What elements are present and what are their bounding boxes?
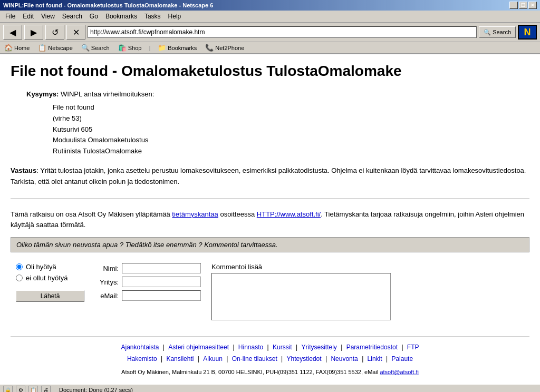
bookmark-home-label: Home	[14, 45, 30, 51]
status-icon-2: ⚙	[16, 386, 25, 392]
netscape-logo: N	[518, 25, 537, 40]
status-icon-3: 📋	[28, 386, 38, 392]
feedback-bar-text: Oliko tämän sivun neuvosta apua ? Tiedät…	[16, 241, 278, 249]
footer-link-hinnasto[interactable]: Hinnasto	[238, 344, 263, 351]
radio-helpful-label: Oli hyötyä	[26, 263, 56, 271]
footer-divider	[11, 336, 529, 337]
footer-row1: Ajankohtaista | Asteri ohjelmaesitteet |…	[11, 342, 529, 354]
atsoft-link2[interactable]: HTTP://www.atsoft.fi/	[257, 210, 321, 218]
footer-row2: Hakemisto | Kansilehti | Alkuun | On-lin…	[11, 354, 529, 365]
page-title: File not found - Omalomaketulostus Tulos…	[11, 63, 529, 80]
form-email-input[interactable]	[122, 290, 201, 301]
form-email-label: eMail:	[95, 292, 119, 300]
address-text: Atsoft Oy Mäkinen, Malminkatu 21 B, 0070…	[121, 369, 380, 375]
error-line-4: Moduulista Omalomaketulostus	[53, 135, 529, 146]
footer-links: Ajankohtaista | Asteri ohjelmaesitteet |…	[11, 342, 529, 365]
footer-link-asteri[interactable]: Asteri ohjelmaesitteet	[168, 344, 229, 351]
bookmark-net2phone[interactable]: 📞 Net2Phone	[203, 43, 246, 52]
menu-view[interactable]: View	[38, 12, 58, 21]
form-row-name: Nimi:	[95, 263, 201, 273]
footer-link-parametri[interactable]: Parametritiedostot	[346, 344, 398, 351]
search-label: Search	[493, 29, 511, 35]
maximize-btn[interactable]: ❐	[519, 2, 527, 9]
radio-helpful: Oli hyötyä	[16, 263, 84, 271]
status-text: Document: Done (0.27 secs)	[59, 387, 133, 392]
menu-file[interactable]: File	[2, 12, 18, 21]
bookmark-netscape-label: Netscape	[48, 45, 72, 51]
radio-not-helpful: ei ollut hyötyä	[16, 274, 84, 282]
bookmark-net2phone-label: Net2Phone	[215, 45, 244, 51]
footer-link-yhteystiedot[interactable]: Yhteystiedot	[287, 355, 322, 362]
address-input[interactable]	[88, 26, 477, 38]
footer-link-neuvonta[interactable]: Neuvonta	[331, 355, 358, 362]
footer-link-alkuun[interactable]: Alkuun	[203, 355, 223, 362]
search-button[interactable]: 🔍 Search	[479, 26, 516, 38]
menu-edit[interactable]: Edit	[20, 12, 37, 21]
status-icons: 🔒 ⚙ 📋 🖨	[3, 386, 51, 392]
bookmark-bookmarks[interactable]: 📁 Bookmarks	[156, 43, 199, 52]
footer-link-kurssit[interactable]: Kurssit	[273, 344, 292, 351]
bookmark-home[interactable]: 🏠 Home	[2, 43, 32, 52]
forward-button[interactable]: ▶	[24, 25, 43, 40]
toolbar: ◀ ▶ ↺ ✕ 🔍 Search N	[0, 23, 540, 42]
radio-not-helpful-input[interactable]	[16, 275, 23, 281]
bookmark-shop-label: Shop	[128, 45, 142, 51]
footer-link-hakemisto[interactable]: Hakemisto	[127, 355, 157, 362]
form-row-email: eMail:	[95, 290, 201, 301]
question-label: Kysymys:	[26, 90, 59, 98]
error-line-2: (virhe 53)	[53, 113, 529, 124]
atsoft-middle: osoitteessa	[218, 210, 257, 218]
footer-address: Atsoft Oy Mäkinen, Malminkatu 21 B, 0070…	[11, 369, 529, 375]
answer-label: Vastaus	[11, 166, 36, 174]
footer-link-ajankohtaista[interactable]: Ajankohtaista	[121, 344, 159, 351]
back-button[interactable]: ◀	[3, 25, 22, 40]
shop-icon: 🛍️	[118, 44, 127, 52]
footer-link-linkit[interactable]: Linkit	[368, 355, 382, 362]
form-name-input[interactable]	[122, 263, 201, 273]
address-bar-wrap: 🔍 Search	[88, 26, 516, 38]
search-icon: 🔍	[484, 29, 491, 36]
answer-text: : Yrität tulostaa jotakin, jonka asettel…	[11, 166, 526, 185]
netscape-icon: 📋	[38, 44, 46, 52]
comment-textarea[interactable]	[211, 273, 391, 320]
bookmark-search-label: Search	[91, 45, 110, 51]
question-text: WINPL antaa virheilmoituksen:	[61, 90, 154, 98]
window-controls[interactable]: _ ❐ ✕	[509, 2, 537, 9]
bookmark-netscape[interactable]: 📋 Netscape	[36, 43, 74, 52]
bm-separator: |	[149, 45, 150, 51]
menu-search[interactable]: Search	[59, 12, 85, 21]
reload-button[interactable]: ↺	[45, 25, 64, 40]
atsoft-before: Tämä ratkaisu on osa Atsoft Oy Mäkisen y…	[11, 210, 172, 218]
menu-tasks[interactable]: Tasks	[141, 12, 164, 21]
footer-link-online[interactable]: On-line tilaukset	[232, 355, 277, 362]
close-btn[interactable]: ✕	[528, 2, 537, 9]
footer-link-yritys[interactable]: Yritysesittely	[302, 344, 337, 351]
radio-helpful-input[interactable]	[16, 263, 23, 270]
atsoft-link1[interactable]: tietämyskantaa	[172, 210, 218, 218]
footer-link-ftp[interactable]: FTP	[407, 344, 419, 351]
titlebar: WINPL:File not found - Omalomaketulostus…	[0, 0, 540, 11]
menu-help[interactable]: Help	[165, 12, 185, 21]
email-link[interactable]: atsoft@atsoft.fi	[380, 369, 419, 375]
bookmark-search[interactable]: 🔍 Search	[79, 43, 112, 52]
menu-go[interactable]: Go	[86, 12, 101, 21]
stop-button[interactable]: ✕	[66, 25, 85, 40]
main-wrapper: File not found - Omalomaketulostus Tulos…	[0, 54, 540, 384]
status-icon-1: 🔒	[3, 386, 13, 392]
menu-bookmarks[interactable]: Bookmarks	[102, 12, 140, 21]
radio-not-helpful-label: ei ollut hyötyä	[26, 274, 68, 282]
error-lines: File not found (virhe 53) Kutsurivi 605 …	[53, 102, 529, 157]
window-title: WINPL:File not found - Omalomaketulostus…	[3, 2, 213, 8]
bookmark-shop[interactable]: 🛍️ Shop	[116, 43, 144, 52]
footer-link-kansilehti[interactable]: Kansilehti	[166, 355, 194, 362]
form-company-input[interactable]	[122, 277, 201, 287]
bookmarks-icon: 📁	[158, 44, 166, 52]
feedback-section: Oli hyötyä ei ollut hyötyä Lähetä Nimi: …	[11, 258, 529, 326]
send-button[interactable]: Lähetä	[16, 290, 84, 302]
statusbar: 🔒 ⚙ 📋 🖨 Document: Done (0.27 secs)	[0, 384, 540, 392]
status-icon-4: 🖨	[41, 386, 51, 392]
minimize-btn[interactable]: _	[509, 2, 518, 9]
footer-link-palaute[interactable]: Palaute	[391, 355, 413, 362]
comment-label: Kommentoi lisää	[211, 263, 524, 271]
bookmark-bookmarks-label: Bookmarks	[168, 45, 197, 51]
